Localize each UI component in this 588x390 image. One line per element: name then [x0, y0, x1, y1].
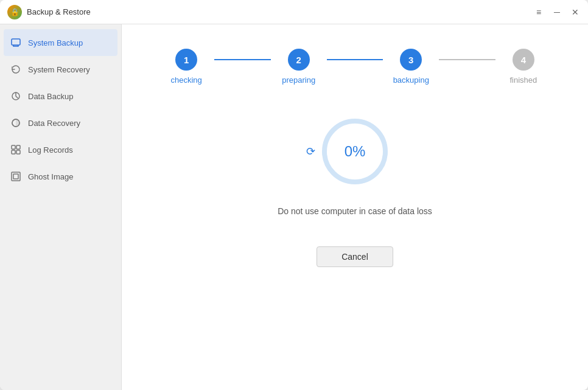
- svg-rect-7: [16, 150, 20, 154]
- log-records-icon: [10, 144, 22, 156]
- svg-rect-4: [12, 145, 15, 149]
- step-checking: 1 checking: [158, 49, 214, 85]
- step-4-label: finished: [509, 75, 537, 85]
- app-icon-symbol: 🔒: [10, 8, 19, 16]
- step-preparing: 2 preparing: [271, 49, 327, 85]
- step-backuping: 3 backuping: [383, 49, 439, 85]
- app-icon: 🔒: [7, 5, 22, 19]
- titlebar-left: 🔒 Backup & Restore: [7, 5, 91, 19]
- step-3-circle: 3: [400, 49, 422, 71]
- step-finished: 4 finished: [495, 49, 551, 85]
- titlebar: 🔒 Backup & Restore ≡ ─ ✕: [0, 0, 588, 24]
- connector-2-3: [327, 59, 383, 60]
- step-4-circle: 4: [513, 49, 534, 71]
- step-3-label: backuping: [393, 75, 429, 85]
- sidebar-item-log-records[interactable]: Log Records: [0, 136, 121, 163]
- spinner-icon: ⟳: [306, 145, 315, 158]
- progress-percent: 0%: [345, 143, 366, 160]
- svg-rect-6: [12, 150, 15, 154]
- warning-text: Do not use computer in case of data loss: [278, 206, 432, 216]
- menu-button[interactable]: ≡: [533, 7, 544, 18]
- svg-rect-8: [12, 172, 20, 181]
- data-backup-label: Data Backup: [28, 92, 73, 101]
- sidebar: System Backup System Recovery: [0, 24, 122, 390]
- step-1-label: checking: [170, 75, 201, 85]
- data-recovery-icon: [10, 117, 22, 129]
- app-title: Backup & Restore: [27, 7, 91, 16]
- svg-rect-9: [13, 174, 18, 179]
- sidebar-item-ghost-image[interactable]: Ghost Image: [0, 163, 121, 190]
- data-recovery-label: Data Recovery: [28, 119, 80, 128]
- cancel-button[interactable]: Cancel: [317, 246, 393, 267]
- app-window: 🔒 Backup & Restore ≡ ─ ✕ System Backup: [0, 0, 588, 390]
- system-recovery-icon: [10, 63, 22, 75]
- content-area: 1 checking 2 preparing: [122, 24, 588, 390]
- progress-circle-container: ⟳ 0%: [318, 115, 391, 188]
- sidebar-item-data-backup[interactable]: Data Backup: [0, 83, 121, 110]
- minimize-button[interactable]: ─: [551, 7, 562, 18]
- steps-container: 1 checking 2 preparing: [158, 49, 551, 85]
- sidebar-item-data-recovery[interactable]: Data Recovery: [0, 110, 121, 136]
- main-layout: System Backup System Recovery: [0, 24, 588, 390]
- step-1-circle: 1: [175, 49, 197, 71]
- svg-rect-5: [16, 145, 20, 149]
- data-backup-icon: [10, 90, 22, 102]
- step-2-circle: 2: [288, 49, 310, 71]
- sidebar-item-system-backup[interactable]: System Backup: [4, 29, 117, 56]
- connector-1-2: [214, 59, 270, 60]
- system-backup-icon: [10, 37, 22, 49]
- close-button[interactable]: ✕: [570, 7, 581, 18]
- step-2-label: preparing: [282, 75, 315, 85]
- ghost-image-label: Ghost Image: [28, 172, 73, 181]
- log-records-label: Log Records: [28, 145, 73, 155]
- progress-area: ⟳ 0% Do not use computer in case of data…: [278, 115, 432, 267]
- system-backup-label: System Backup: [28, 38, 83, 47]
- system-recovery-label: System Recovery: [28, 65, 90, 74]
- ghost-image-icon: [10, 170, 22, 183]
- svg-rect-0: [12, 39, 20, 45]
- sidebar-item-system-recovery[interactable]: System Recovery: [0, 56, 121, 83]
- titlebar-controls: ≡ ─ ✕: [533, 7, 581, 18]
- connector-3-4: [439, 59, 495, 60]
